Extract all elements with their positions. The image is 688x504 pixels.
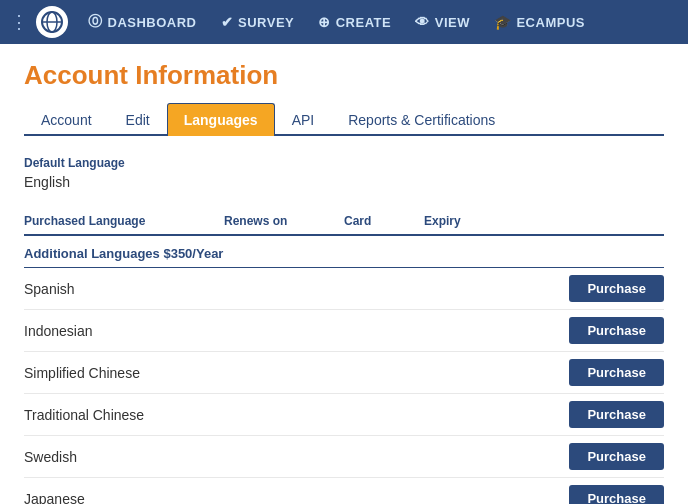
lang-name-swedish: Swedish (24, 449, 77, 465)
additional-languages-header: Additional Languages $350/Year (24, 238, 664, 268)
lang-name-indonesian: Indonesian (24, 323, 93, 339)
tab-reports[interactable]: Reports & Certifications (331, 103, 512, 136)
th-actions (524, 214, 664, 228)
nav-dashboard[interactable]: ⓪ DASHBOARD (78, 9, 207, 35)
lang-row-japanese: Japanese Purchase (24, 478, 664, 504)
purchase-button-swedish[interactable]: Purchase (569, 443, 664, 470)
lang-name-spanish: Spanish (24, 281, 75, 297)
ecampus-icon: 🎓 (494, 14, 512, 30)
purchase-button-indonesian[interactable]: Purchase (569, 317, 664, 344)
tab-api[interactable]: API (275, 103, 332, 136)
nav-dots: ⋮ (10, 11, 28, 33)
additional-languages-price: $350/Year (163, 246, 223, 261)
lang-name-traditional-chinese: Traditional Chinese (24, 407, 144, 423)
th-renews-on: Renews on (224, 214, 344, 228)
default-language-label: Default Language (24, 156, 664, 170)
create-icon: ⊕ (318, 14, 331, 30)
additional-languages-label: Additional Languages (24, 246, 160, 261)
nav-view[interactable]: 👁 VIEW (405, 10, 480, 34)
default-language-section: Default Language English (24, 156, 664, 190)
lang-row-indonesian: Indonesian Purchase (24, 310, 664, 352)
lang-name-japanese: Japanese (24, 491, 85, 505)
th-expiry: Expiry (424, 214, 524, 228)
survey-icon: ✔ (221, 14, 234, 30)
top-navigation: ⋮ ⓪ DASHBOARD ✔ SURVEY ⊕ CREATE 👁 VIEW 🎓… (0, 0, 688, 44)
nav-survey[interactable]: ✔ SURVEY (211, 10, 305, 34)
tab-account[interactable]: Account (24, 103, 109, 136)
tab-edit[interactable]: Edit (109, 103, 167, 136)
lang-row-simplified-chinese: Simplified Chinese Purchase (24, 352, 664, 394)
tab-bar: Account Edit Languages API Reports & Cer… (24, 103, 664, 136)
tab-languages[interactable]: Languages (167, 103, 275, 136)
purchase-button-japanese[interactable]: Purchase (569, 485, 664, 504)
lang-name-simplified-chinese: Simplified Chinese (24, 365, 140, 381)
lang-row-traditional-chinese: Traditional Chinese Purchase (24, 394, 664, 436)
languages-table-header: Purchased Language Renews on Card Expiry (24, 206, 664, 236)
lang-row-swedish: Swedish Purchase (24, 436, 664, 478)
lang-row-spanish: Spanish Purchase (24, 268, 664, 310)
th-purchased-language: Purchased Language (24, 214, 224, 228)
view-icon: 👁 (415, 14, 430, 30)
app-logo[interactable] (36, 6, 68, 38)
nav-create[interactable]: ⊕ CREATE (308, 10, 401, 34)
nav-ecampus[interactable]: 🎓 eCAMPUS (484, 10, 595, 34)
purchase-button-simplified-chinese[interactable]: Purchase (569, 359, 664, 386)
purchase-button-spanish[interactable]: Purchase (569, 275, 664, 302)
default-language-value: English (24, 174, 664, 190)
purchase-button-traditional-chinese[interactable]: Purchase (569, 401, 664, 428)
page-title: Account Information (24, 60, 664, 91)
th-card: Card (344, 214, 424, 228)
dashboard-icon: ⓪ (88, 13, 103, 31)
main-content: Account Information Account Edit Languag… (0, 44, 688, 504)
